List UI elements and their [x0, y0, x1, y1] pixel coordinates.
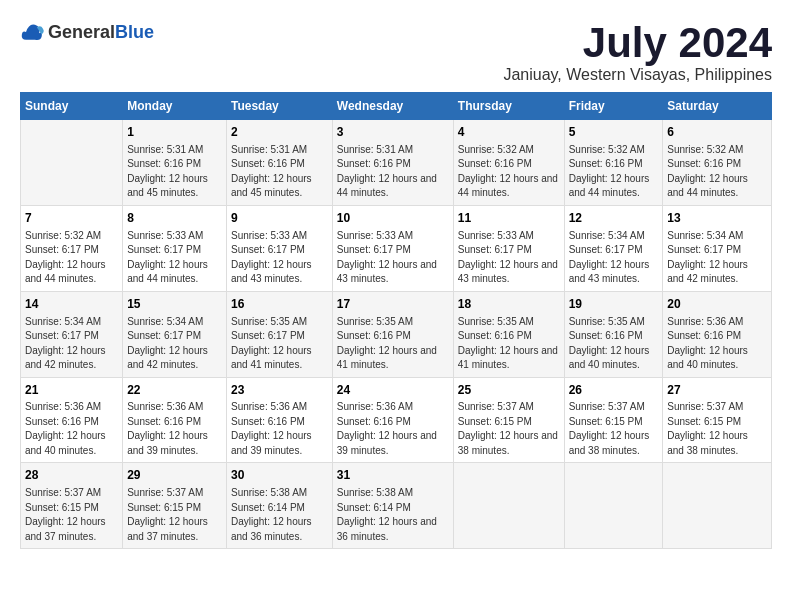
day-info: Sunrise: 5:38 AM Sunset: 6:14 PM Dayligh…	[231, 486, 328, 544]
calendar-cell: 23Sunrise: 5:36 AM Sunset: 6:16 PM Dayli…	[227, 377, 333, 463]
calendar-week-row: 28Sunrise: 5:37 AM Sunset: 6:15 PM Dayli…	[21, 463, 772, 549]
day-number: 11	[458, 210, 560, 227]
weekday-header: Thursday	[453, 93, 564, 120]
day-number: 8	[127, 210, 222, 227]
calendar-cell: 26Sunrise: 5:37 AM Sunset: 6:15 PM Dayli…	[564, 377, 663, 463]
day-number: 16	[231, 296, 328, 313]
logo: GeneralBlue	[20, 20, 154, 44]
day-number: 2	[231, 124, 328, 141]
day-info: Sunrise: 5:36 AM Sunset: 6:16 PM Dayligh…	[667, 315, 767, 373]
day-info: Sunrise: 5:37 AM Sunset: 6:15 PM Dayligh…	[458, 400, 560, 458]
day-number: 10	[337, 210, 449, 227]
calendar-week-row: 1Sunrise: 5:31 AM Sunset: 6:16 PM Daylig…	[21, 120, 772, 206]
calendar-cell: 27Sunrise: 5:37 AM Sunset: 6:15 PM Dayli…	[663, 377, 772, 463]
day-number: 31	[337, 467, 449, 484]
day-number: 7	[25, 210, 118, 227]
day-number: 22	[127, 382, 222, 399]
calendar-cell: 16Sunrise: 5:35 AM Sunset: 6:17 PM Dayli…	[227, 291, 333, 377]
day-number: 18	[458, 296, 560, 313]
day-info: Sunrise: 5:32 AM Sunset: 6:16 PM Dayligh…	[667, 143, 767, 201]
weekday-header-row: SundayMondayTuesdayWednesdayThursdayFrid…	[21, 93, 772, 120]
day-info: Sunrise: 5:34 AM Sunset: 6:17 PM Dayligh…	[25, 315, 118, 373]
day-number: 3	[337, 124, 449, 141]
day-info: Sunrise: 5:32 AM Sunset: 6:16 PM Dayligh…	[569, 143, 659, 201]
subtitle: Janiuay, Western Visayas, Philippines	[503, 66, 772, 84]
day-number: 15	[127, 296, 222, 313]
calendar-cell: 7Sunrise: 5:32 AM Sunset: 6:17 PM Daylig…	[21, 205, 123, 291]
calendar-cell: 11Sunrise: 5:33 AM Sunset: 6:17 PM Dayli…	[453, 205, 564, 291]
day-info: Sunrise: 5:35 AM Sunset: 6:16 PM Dayligh…	[337, 315, 449, 373]
day-info: Sunrise: 5:34 AM Sunset: 6:17 PM Dayligh…	[667, 229, 767, 287]
day-number: 13	[667, 210, 767, 227]
weekday-header: Wednesday	[332, 93, 453, 120]
calendar-cell: 30Sunrise: 5:38 AM Sunset: 6:14 PM Dayli…	[227, 463, 333, 549]
day-info: Sunrise: 5:31 AM Sunset: 6:16 PM Dayligh…	[231, 143, 328, 201]
day-number: 20	[667, 296, 767, 313]
day-info: Sunrise: 5:37 AM Sunset: 6:15 PM Dayligh…	[667, 400, 767, 458]
day-number: 26	[569, 382, 659, 399]
title-area: July 2024 Janiuay, Western Visayas, Phil…	[503, 20, 772, 84]
day-info: Sunrise: 5:33 AM Sunset: 6:17 PM Dayligh…	[231, 229, 328, 287]
calendar-cell: 12Sunrise: 5:34 AM Sunset: 6:17 PM Dayli…	[564, 205, 663, 291]
day-info: Sunrise: 5:34 AM Sunset: 6:17 PM Dayligh…	[127, 315, 222, 373]
calendar-cell	[564, 463, 663, 549]
day-info: Sunrise: 5:35 AM Sunset: 6:16 PM Dayligh…	[569, 315, 659, 373]
calendar-cell	[663, 463, 772, 549]
calendar-cell: 14Sunrise: 5:34 AM Sunset: 6:17 PM Dayli…	[21, 291, 123, 377]
day-number: 29	[127, 467, 222, 484]
calendar-cell: 4Sunrise: 5:32 AM Sunset: 6:16 PM Daylig…	[453, 120, 564, 206]
day-info: Sunrise: 5:37 AM Sunset: 6:15 PM Dayligh…	[25, 486, 118, 544]
logo-blue: Blue	[115, 22, 154, 42]
day-number: 14	[25, 296, 118, 313]
calendar-cell: 9Sunrise: 5:33 AM Sunset: 6:17 PM Daylig…	[227, 205, 333, 291]
day-info: Sunrise: 5:38 AM Sunset: 6:14 PM Dayligh…	[337, 486, 449, 544]
weekday-header: Friday	[564, 93, 663, 120]
calendar-cell: 21Sunrise: 5:36 AM Sunset: 6:16 PM Dayli…	[21, 377, 123, 463]
calendar-cell: 3Sunrise: 5:31 AM Sunset: 6:16 PM Daylig…	[332, 120, 453, 206]
weekday-header: Tuesday	[227, 93, 333, 120]
day-info: Sunrise: 5:36 AM Sunset: 6:16 PM Dayligh…	[337, 400, 449, 458]
day-info: Sunrise: 5:35 AM Sunset: 6:17 PM Dayligh…	[231, 315, 328, 373]
calendar-cell: 10Sunrise: 5:33 AM Sunset: 6:17 PM Dayli…	[332, 205, 453, 291]
day-info: Sunrise: 5:36 AM Sunset: 6:16 PM Dayligh…	[127, 400, 222, 458]
calendar-cell: 24Sunrise: 5:36 AM Sunset: 6:16 PM Dayli…	[332, 377, 453, 463]
day-number: 1	[127, 124, 222, 141]
calendar-cell: 19Sunrise: 5:35 AM Sunset: 6:16 PM Dayli…	[564, 291, 663, 377]
day-number: 5	[569, 124, 659, 141]
day-info: Sunrise: 5:37 AM Sunset: 6:15 PM Dayligh…	[569, 400, 659, 458]
calendar-cell: 17Sunrise: 5:35 AM Sunset: 6:16 PM Dayli…	[332, 291, 453, 377]
calendar-cell: 31Sunrise: 5:38 AM Sunset: 6:14 PM Dayli…	[332, 463, 453, 549]
calendar-cell: 15Sunrise: 5:34 AM Sunset: 6:17 PM Dayli…	[123, 291, 227, 377]
calendar-cell: 6Sunrise: 5:32 AM Sunset: 6:16 PM Daylig…	[663, 120, 772, 206]
calendar-cell: 13Sunrise: 5:34 AM Sunset: 6:17 PM Dayli…	[663, 205, 772, 291]
calendar-week-row: 14Sunrise: 5:34 AM Sunset: 6:17 PM Dayli…	[21, 291, 772, 377]
weekday-header: Sunday	[21, 93, 123, 120]
calendar-cell: 2Sunrise: 5:31 AM Sunset: 6:16 PM Daylig…	[227, 120, 333, 206]
calendar-cell: 5Sunrise: 5:32 AM Sunset: 6:16 PM Daylig…	[564, 120, 663, 206]
day-number: 23	[231, 382, 328, 399]
weekday-header: Monday	[123, 93, 227, 120]
day-info: Sunrise: 5:31 AM Sunset: 6:16 PM Dayligh…	[127, 143, 222, 201]
day-info: Sunrise: 5:32 AM Sunset: 6:17 PM Dayligh…	[25, 229, 118, 287]
day-info: Sunrise: 5:32 AM Sunset: 6:16 PM Dayligh…	[458, 143, 560, 201]
day-number: 4	[458, 124, 560, 141]
day-info: Sunrise: 5:33 AM Sunset: 6:17 PM Dayligh…	[127, 229, 222, 287]
day-number: 27	[667, 382, 767, 399]
day-number: 17	[337, 296, 449, 313]
main-title: July 2024	[503, 20, 772, 66]
day-number: 21	[25, 382, 118, 399]
calendar-cell: 18Sunrise: 5:35 AM Sunset: 6:16 PM Dayli…	[453, 291, 564, 377]
day-number: 24	[337, 382, 449, 399]
day-number: 28	[25, 467, 118, 484]
day-info: Sunrise: 5:37 AM Sunset: 6:15 PM Dayligh…	[127, 486, 222, 544]
calendar-week-row: 21Sunrise: 5:36 AM Sunset: 6:16 PM Dayli…	[21, 377, 772, 463]
calendar-table: SundayMondayTuesdayWednesdayThursdayFrid…	[20, 92, 772, 549]
calendar-cell	[21, 120, 123, 206]
logo-general: General	[48, 22, 115, 42]
day-number: 30	[231, 467, 328, 484]
day-info: Sunrise: 5:35 AM Sunset: 6:16 PM Dayligh…	[458, 315, 560, 373]
calendar-cell: 8Sunrise: 5:33 AM Sunset: 6:17 PM Daylig…	[123, 205, 227, 291]
calendar-cell: 25Sunrise: 5:37 AM Sunset: 6:15 PM Dayli…	[453, 377, 564, 463]
calendar-week-row: 7Sunrise: 5:32 AM Sunset: 6:17 PM Daylig…	[21, 205, 772, 291]
day-number: 19	[569, 296, 659, 313]
